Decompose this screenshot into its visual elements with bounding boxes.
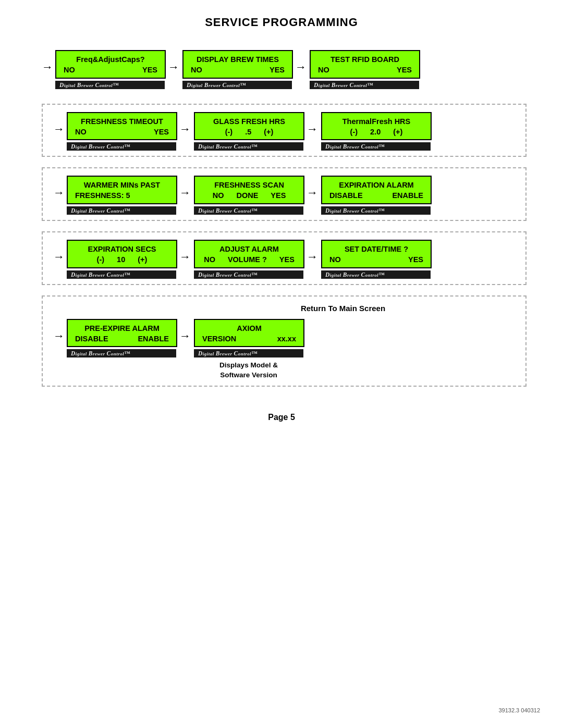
- screen-card-brew: DISPLAY BREW TIMES NO YES: [182, 50, 293, 79]
- dbc-logo-row3-1: Digital Brewer Control™: [67, 206, 176, 215]
- dbc-logo-row2-2: Digital Brewer Control™: [194, 142, 303, 151]
- thermal-fresh-line1: ThermalFresh HRS: [327, 117, 425, 127]
- rfid-no: NO: [318, 65, 329, 75]
- expiration-alarm-line1: EXPIRATION ALARM: [327, 180, 425, 190]
- row5-dashed: Return To Main Screen → PRE-EXPIRE ALARM…: [42, 295, 527, 387]
- dbc-logo-row2-1: Digital Brewer Control™: [67, 142, 176, 151]
- arrow-row1-2: →: [295, 61, 307, 73]
- arrow-row2-1: →: [179, 124, 191, 135]
- freshness-timeout-yes: YES: [154, 127, 169, 137]
- screen-pre-expire-alarm: PRE-EXPIRE ALARM DISABLE ENABLE Digital …: [67, 319, 176, 358]
- screen-axiom-version: AXIOM VERSION xx.xx Digital Brewer Contr…: [194, 319, 303, 380]
- expiration-alarm-disable: DISABLE: [329, 191, 363, 201]
- screen-expiration-alarm: EXPIRATION ALARM DISABLE ENABLE Digital …: [321, 176, 431, 215]
- adjust-alarm-yes: YES: [279, 255, 295, 265]
- dbc-logo-row4-2: Digital Brewer Control™: [194, 270, 303, 279]
- expiration-secs-line2: (-) 10 (+): [73, 255, 171, 265]
- row4: → EXPIRATION SECS (-) 10 (+) Digital Bre…: [53, 240, 518, 279]
- initial-arrow-row5: →: [53, 330, 65, 342]
- dbc-logo-row4-3: Digital Brewer Control™: [321, 270, 431, 279]
- page-number: Page 5: [36, 413, 527, 422]
- warmer-mins-line2: FRESHNESS: 5: [73, 191, 171, 201]
- arrow-row2-2: →: [307, 124, 318, 135]
- screen-card-warmer-mins: WARMER MINs PAST FRESHNESS: 5: [67, 176, 177, 204]
- expiration-secs-line1: EXPIRATION SECS: [73, 244, 171, 254]
- dbc-logo-row1-2: Digital Brewer Control™: [182, 81, 292, 89]
- expiration-secs-minus: (-): [97, 255, 105, 265]
- freshness-scan-line1: FRESHNESS SCAN: [200, 180, 298, 190]
- freshness-scan-done: DONE: [236, 191, 258, 201]
- freq-no: NO: [64, 65, 75, 75]
- row4-dashed: → EXPIRATION SECS (-) 10 (+) Digital Bre…: [42, 231, 527, 285]
- screen-set-date-time: SET DATE/TIME ? NO YES Digital Brewer Co…: [321, 240, 431, 279]
- freshness-scan-line2: NO DONE YES: [200, 191, 298, 201]
- brew-line2: NO YES: [189, 65, 287, 75]
- warmer-mins-single: FRESHNESS: 5: [75, 191, 130, 201]
- initial-arrow-row2: →: [53, 124, 65, 135]
- thermal-fresh-val: 2.0: [370, 127, 381, 137]
- set-date-time-no: NO: [329, 255, 341, 265]
- dbc-logo-row3-3: Digital Brewer Control™: [321, 206, 431, 215]
- return-to-main-label: Return To Main Screen: [168, 304, 518, 313]
- expiration-alarm-line2: DISABLE ENABLE: [327, 191, 425, 201]
- pre-expire-alarm-disable: DISABLE: [75, 334, 108, 344]
- axiom-version-line2: VERSION xx.xx: [200, 334, 298, 344]
- pre-expire-alarm-enable: ENABLE: [138, 334, 169, 344]
- freq-yes: YES: [142, 65, 157, 75]
- axiom-version-line1: AXIOM: [200, 324, 298, 334]
- warmer-mins-line1: WARMER MINs PAST: [73, 180, 171, 190]
- screen-display-brew: DISPLAY BREW TIMES NO YES Digital Brewer…: [182, 50, 292, 89]
- screen-card-freq: Freq&AdjustCaps? NO YES: [55, 50, 166, 79]
- screen-test-rfid: TEST RFID BOARD NO YES Digital Brewer Co…: [310, 50, 419, 89]
- set-date-time-line1: SET DATE/TIME ?: [327, 244, 425, 254]
- brew-no: NO: [191, 65, 202, 75]
- row2-dashed: → FRESHNESS TIMEOUT NO YES Digital Brewe…: [42, 104, 527, 157]
- row5: → PRE-EXPIRE ALARM DISABLE ENABLE Digita…: [53, 319, 518, 380]
- initial-arrow-row3: →: [53, 187, 65, 199]
- freq-line2: NO YES: [62, 65, 160, 75]
- glass-fresh-line2: (-) .5 (+): [200, 127, 298, 137]
- glass-fresh-val: .5: [245, 127, 251, 137]
- set-date-time-line2: NO YES: [327, 255, 425, 265]
- set-date-time-yes: YES: [408, 255, 423, 265]
- dbc-logo-row5-1: Digital Brewer Control™: [67, 349, 176, 357]
- screen-card-set-date-time: SET DATE/TIME ? NO YES: [321, 240, 432, 268]
- arrow-row4-2: →: [307, 251, 318, 263]
- doc-number: 39132.3 040312: [498, 707, 540, 713]
- axiom-version-val: xx.xx: [277, 334, 296, 344]
- adjust-alarm-vol: VOLUME ?: [228, 255, 267, 265]
- dbc-logo-row2-3: Digital Brewer Control™: [321, 142, 431, 151]
- arrow-row4-1: →: [179, 251, 191, 263]
- freshness-scan-yes: YES: [271, 191, 286, 201]
- screen-expiration-secs: EXPIRATION SECS (-) 10 (+) Digital Brewe…: [67, 240, 176, 279]
- row1: → Freq&AdjustCaps? NO YES Digital Brewer…: [42, 50, 527, 89]
- brew-yes: YES: [270, 65, 285, 75]
- freshness-scan-no: NO: [213, 191, 224, 201]
- row2: → FRESHNESS TIMEOUT NO YES Digital Brewe…: [53, 112, 518, 151]
- arrow-row1-1: →: [168, 61, 179, 73]
- arrow-row3-1: →: [179, 187, 191, 199]
- thermal-fresh-minus: (-): [350, 127, 358, 137]
- screen-warmer-mins: WARMER MINs PAST FRESHNESS: 5 Digital Br…: [67, 176, 176, 215]
- brew-line1: DISPLAY BREW TIMES: [189, 55, 287, 65]
- dbc-logo-row5-2: Digital Brewer Control™: [194, 349, 303, 357]
- glass-fresh-line1: GLASS FRESH HRS: [200, 117, 298, 127]
- rfid-line2: NO YES: [316, 65, 414, 75]
- thermal-fresh-plus: (+): [393, 127, 402, 137]
- screen-card-adjust-alarm: ADJUST ALARM NO VOLUME ? YES: [194, 240, 304, 268]
- screen-freshness-scan: FRESHNESS SCAN NO DONE YES Digital Brewe…: [194, 176, 303, 215]
- glass-fresh-plus: (+): [264, 127, 273, 137]
- screen-card-thermal-fresh: ThermalFresh HRS (-) 2.0 (+): [321, 112, 432, 141]
- adjust-alarm-line2: NO VOLUME ? YES: [200, 255, 298, 265]
- expiration-alarm-enable: ENABLE: [392, 191, 423, 201]
- freshness-timeout-line1: FRESHNESS TIMEOUT: [73, 117, 171, 127]
- screen-card-expiration-alarm: EXPIRATION ALARM DISABLE ENABLE: [321, 176, 432, 204]
- axiom-caption: Displays Model &Software Version: [194, 361, 303, 380]
- screen-card-expiration-secs: EXPIRATION SECS (-) 10 (+): [67, 240, 177, 268]
- freshness-timeout-line2: NO YES: [73, 127, 171, 137]
- screen-card-glass-fresh: GLASS FRESH HRS (-) .5 (+): [194, 112, 304, 141]
- initial-arrow-row1: →: [42, 61, 53, 73]
- glass-fresh-minus: (-): [225, 127, 233, 137]
- adjust-alarm-no: NO: [204, 255, 215, 265]
- initial-arrow-row4: →: [53, 251, 65, 263]
